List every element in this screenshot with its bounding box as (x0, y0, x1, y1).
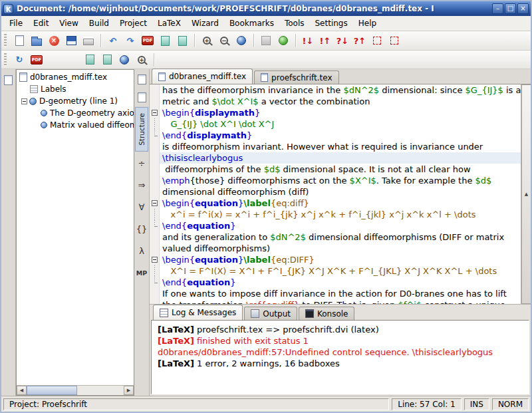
ps-to-pdf-icon[interactable] (99, 52, 115, 68)
pdflatex-icon[interactable]: PDF (29, 52, 45, 68)
editor-line[interactable]: \begin{equation}\label{eq:diff} (150, 198, 521, 209)
log-message[interactable]: [LaTeX] proefschrift.tex => proefschrift… (158, 324, 523, 335)
maximize-button[interactable]: □ (505, 3, 516, 14)
prev-error-icon[interactable]: !↑ (317, 33, 333, 49)
fold-margin[interactable] (150, 209, 160, 220)
editor-line[interactable]: \emph{those} diffeomorphisms act on the … (150, 175, 521, 186)
fold-collapse-icon[interactable] (152, 110, 158, 116)
print-icon[interactable] (80, 33, 96, 49)
editor-tab-d0branes-mdiff-tex[interactable]: d0branes_mdiff.tex (152, 69, 253, 84)
scroll-left-icon[interactable]: ◀ (17, 386, 27, 395)
close-button[interactable]: × (517, 3, 529, 14)
open-file-icon[interactable] (29, 33, 45, 49)
toolbar-handle[interactable] (4, 53, 7, 67)
structure-tab[interactable]: Structure (135, 107, 148, 152)
editor-tab-proefschrift-tex[interactable]: proefschrift.tex (254, 70, 338, 84)
view-dvi-icon[interactable] (174, 33, 190, 49)
metapost-tab[interactable]: MP (135, 263, 148, 283)
editor-line[interactable]: the transformation \ref{eq:diff} to DIFF… (150, 299, 521, 304)
editor-line[interactable]: diffeomorphims of the $d$ dimensional sp… (150, 164, 521, 175)
tree-item[interactable]: d0branes_mdiff.tex (17, 71, 134, 83)
fold-margin[interactable] (150, 107, 160, 118)
editor-line[interactable]: valued diffeomorphisms) (150, 243, 521, 254)
symbols-greek-tab[interactable]: λ (135, 241, 148, 261)
editor-line[interactable]: x^i = f^i(x) = x^i + f^i_{jk} x^j x^k + … (150, 209, 521, 220)
menu-help[interactable]: Help (353, 17, 382, 30)
editor-line[interactable]: metric and $\dot X^I$ a vector the combi… (150, 96, 521, 107)
scroll-thumb[interactable] (27, 386, 77, 395)
menu-wizard[interactable]: Wizard (186, 17, 224, 30)
zoom-out-icon[interactable]: − (216, 33, 232, 49)
log-message[interactable]: [LaTeX] 1 error, 2 warnings, 16 badboxes (158, 358, 523, 369)
symbols-operators-tab[interactable]: ÷ (135, 154, 148, 174)
next-warning-icon[interactable]: ?↓ (334, 33, 350, 49)
editor-line[interactable]: X^I = F^I(X) = X^I + F^I_{JK} X^J X^K + … (150, 265, 521, 277)
files-projects-tab[interactable] (135, 89, 148, 105)
symbols-arrows-tab[interactable]: ⇒ (135, 176, 148, 196)
menu-build[interactable]: Build (84, 17, 114, 30)
log-message[interactable]: [LaTeX] finished with exit status 1 (158, 335, 523, 346)
editor-vertical-scrollbar[interactable]: ▲ ▼ (521, 84, 531, 304)
tab-output[interactable]: Output (244, 307, 297, 320)
menu-view[interactable]: View (54, 17, 83, 30)
view-html-globe-icon[interactable] (116, 52, 132, 68)
editor-line[interactable]: \end{displaymath} (150, 130, 521, 141)
quickbuild-icon[interactable]: ↻ (11, 52, 27, 68)
fold-margin[interactable] (150, 265, 160, 277)
minimize-button[interactable]: – (492, 3, 503, 14)
menu-tools[interactable]: Tools (279, 17, 310, 30)
scroll-right-icon[interactable]: ▶ (124, 386, 134, 395)
editor-line[interactable]: If one wants to impose diff invariance i… (150, 288, 521, 299)
editor-line[interactable]: G_{IJ} \dot X^I \dot X^J (150, 118, 521, 130)
prev-warning-icon[interactable]: ?↑ (352, 33, 368, 49)
menu-file[interactable]: File (4, 17, 28, 30)
save-file-icon[interactable] (63, 33, 79, 49)
tab-log-messages[interactable]: Log & Messages (153, 305, 243, 320)
editor-line[interactable]: has the diffeomorphism invariance in the… (150, 84, 521, 96)
open-docs-tab[interactable] (135, 71, 148, 87)
fold-margin[interactable] (150, 254, 160, 265)
forward-search-icon[interactable]: + (134, 52, 150, 68)
symbols-misc-math-tab[interactable]: ∀ (135, 198, 148, 217)
new-file-icon[interactable] (11, 33, 27, 49)
tab-konsole[interactable]: Konsole (299, 307, 355, 320)
fold-collapse-icon[interactable] (152, 200, 158, 206)
menu-latex[interactable]: LaTeX (152, 17, 186, 30)
structure-horizontal-scrollbar[interactable]: ◀ ▶ (17, 385, 134, 395)
redo-icon[interactable]: ↷ (122, 33, 138, 49)
menu-project[interactable]: Project (114, 17, 152, 30)
editor-line[interactable]: \end{equation} (150, 277, 521, 288)
menu-settings[interactable]: Settings (310, 17, 353, 30)
tree-expander-icon[interactable] (21, 98, 27, 104)
scroll-track[interactable] (27, 386, 124, 395)
fold-margin[interactable] (150, 198, 160, 209)
watch-file-icon[interactable] (258, 33, 274, 49)
editor-line[interactable]: \thisisclearlybogus (150, 152, 521, 164)
tree-item[interactable]: Labels (17, 83, 134, 95)
log-messages-view[interactable]: [LaTeX] proefschrift.tex => proefschrift… (151, 320, 529, 394)
fold-margin[interactable] (150, 118, 160, 130)
zoom-in-icon[interactable]: + (199, 33, 215, 49)
editor-line[interactable]: dimensional diffeomorphism (diff) (150, 186, 521, 198)
editor-line[interactable]: and its generalization to $dN^2$ dimensi… (150, 231, 521, 243)
menu-bookmarks[interactable]: Bookmarks (224, 17, 279, 30)
close-file-icon[interactable]: × (46, 33, 62, 49)
titlebar[interactable]: K Document: /home/wijnhout/Documents/wor… (1, 1, 531, 16)
scroll-up-icon[interactable]: ▲ (521, 84, 531, 304)
find-in-files-icon[interactable] (233, 33, 249, 49)
tree-item[interactable]: Matrix valued diffeom (17, 119, 134, 131)
editor-line[interactable]: \begin{displaymath} (150, 107, 521, 118)
symbols-delimiters-tab[interactable]: {} (135, 219, 148, 239)
latex-compile-icon[interactable] (157, 33, 173, 49)
editor-line[interactable]: is diffeomorphism invariant. However wha… (150, 141, 521, 152)
next-error-icon[interactable]: !↓ (300, 33, 316, 49)
editor-line[interactable]: \end{equation} (150, 220, 521, 231)
tree-item[interactable]: The D-geometry axio (17, 107, 134, 119)
open-file-list-tab[interactable] (2, 72, 15, 88)
tree-item[interactable]: D-geometry (line 1) (17, 95, 134, 107)
undo-icon[interactable]: ↶ (105, 33, 121, 49)
fold-margin[interactable] (150, 130, 160, 141)
fold-margin[interactable] (150, 220, 160, 231)
editor-line[interactable]: \begin{equation}\label{eq:DIFF} (150, 254, 521, 265)
editor[interactable]: has the diffeomorphism invariance in the… (150, 84, 531, 304)
